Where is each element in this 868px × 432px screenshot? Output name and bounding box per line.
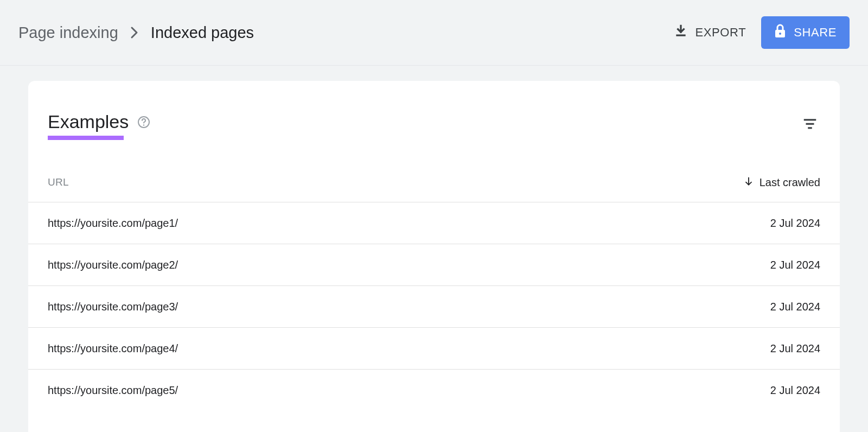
- table-row[interactable]: https://yoursite.com/page1/ 2 Jul 2024: [28, 202, 840, 244]
- export-label: EXPORT: [695, 26, 746, 40]
- column-header-url[interactable]: URL: [48, 176, 69, 188]
- share-button[interactable]: SHARE: [761, 16, 850, 49]
- row-date: 2 Jul 2024: [770, 384, 820, 397]
- svg-rect-0: [676, 35, 685, 36]
- lock-icon: [774, 24, 786, 41]
- svg-rect-7: [808, 127, 812, 129]
- row-url: https://yoursite.com/page4/: [48, 342, 178, 355]
- column-header-last-crawled[interactable]: Last crawled: [743, 176, 820, 189]
- card-title-wrap: Examples: [48, 111, 150, 140]
- row-date: 2 Jul 2024: [770, 342, 820, 355]
- page-header: Page indexing Indexed pages EXPORT SHARE: [0, 0, 868, 66]
- table-header-row: URL Last crawled: [28, 176, 840, 202]
- table-row[interactable]: https://yoursite.com/page4/ 2 Jul 2024: [28, 328, 840, 370]
- export-button[interactable]: EXPORT: [674, 24, 746, 41]
- column-header-last-crawled-label: Last crawled: [760, 176, 820, 189]
- row-url: https://yoursite.com/page2/: [48, 259, 178, 271]
- breadcrumb-current: Indexed pages: [151, 24, 254, 42]
- download-icon: [674, 24, 688, 41]
- examples-table: URL Last crawled https://yoursite.com/pa…: [28, 176, 840, 411]
- filter-icon: [802, 125, 818, 134]
- table-row[interactable]: https://yoursite.com/page5/ 2 Jul 2024: [28, 370, 840, 411]
- sort-descending-icon: [743, 176, 754, 189]
- examples-card: Examples URL Last crawled https:/: [28, 81, 840, 432]
- svg-point-4: [143, 124, 144, 125]
- row-url: https://yoursite.com/page1/: [48, 217, 178, 230]
- row-date: 2 Jul 2024: [770, 259, 820, 271]
- row-date: 2 Jul 2024: [770, 301, 820, 313]
- row-url: https://yoursite.com/page3/: [48, 301, 178, 313]
- table-row[interactable]: https://yoursite.com/page3/ 2 Jul 2024: [28, 286, 840, 328]
- svg-point-2: [779, 33, 781, 35]
- breadcrumb-parent[interactable]: Page indexing: [18, 24, 118, 42]
- header-actions: EXPORT SHARE: [674, 16, 850, 49]
- row-date: 2 Jul 2024: [770, 217, 820, 230]
- help-icon[interactable]: [137, 116, 150, 129]
- table-row[interactable]: https://yoursite.com/page2/ 2 Jul 2024: [28, 244, 840, 286]
- filter-button[interactable]: [800, 113, 820, 136]
- share-label: SHARE: [794, 26, 837, 40]
- chevron-right-icon: [130, 26, 139, 39]
- breadcrumb: Page indexing Indexed pages: [18, 24, 254, 42]
- card-header: Examples: [28, 81, 840, 140]
- card-title: Examples: [48, 111, 129, 132]
- svg-rect-5: [804, 119, 816, 120]
- svg-rect-6: [806, 123, 814, 125]
- row-url: https://yoursite.com/page5/: [48, 384, 178, 397]
- title-underline: [48, 136, 124, 140]
